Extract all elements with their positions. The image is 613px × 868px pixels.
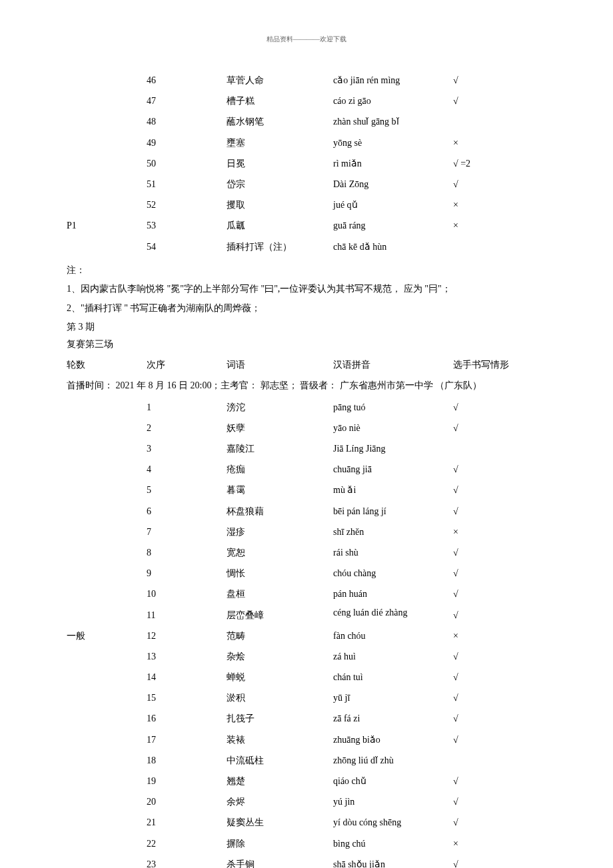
pinyin-cell: shā shǒu jiǎn bbox=[333, 856, 453, 868]
seq-number: 51 bbox=[147, 176, 227, 193]
row-spacer bbox=[67, 586, 147, 602]
header-note: 精品资料————欢迎下载 bbox=[67, 33, 546, 45]
row-spacer bbox=[67, 135, 147, 151]
note-line: 1、因内蒙古队李响悦将 "冕"字的上半部分写作 "曰",一位评委认为其书写不规范… bbox=[67, 280, 546, 298]
seq-number: 8 bbox=[147, 544, 227, 561]
row-spacer bbox=[67, 648, 147, 665]
result-cell: √ bbox=[453, 420, 520, 436]
row-spacer bbox=[67, 544, 147, 561]
seq-number: 49 bbox=[147, 135, 227, 151]
word-cell: 插科打诨（注） bbox=[227, 238, 333, 255]
word-cell: 槽子糕 bbox=[227, 93, 333, 109]
seq-number: 6 bbox=[147, 503, 227, 520]
row-spacer bbox=[67, 440, 147, 457]
row-spacer bbox=[67, 524, 147, 540]
seq-number: 11 bbox=[147, 607, 227, 624]
seq-number: 22 bbox=[147, 835, 227, 852]
group-label: P1 bbox=[67, 217, 147, 234]
word-cell: 攫取 bbox=[227, 197, 333, 213]
pinyin-cell: fàn chóu bbox=[333, 628, 453, 644]
word-cell: 杂烩 bbox=[227, 648, 333, 665]
row-spacer bbox=[67, 731, 147, 748]
pinyin-cell: pāng tuó bbox=[333, 399, 453, 416]
result-cell: √ bbox=[453, 565, 520, 582]
pinyin-cell: bìng chú bbox=[333, 835, 453, 852]
pinyin-cell: guā ráng bbox=[333, 217, 453, 234]
pinyin-cell: chóu chàng bbox=[333, 565, 453, 582]
seq-number: 2 bbox=[147, 420, 227, 436]
result-cell: × bbox=[453, 135, 520, 151]
pinyin-cell: jué qǔ bbox=[333, 197, 453, 213]
seq-number: 20 bbox=[147, 793, 227, 810]
row-spacer bbox=[67, 420, 147, 436]
row-spacer bbox=[67, 155, 147, 172]
pinyin-cell: chán tuì bbox=[333, 669, 453, 685]
notes-title: 注： bbox=[67, 262, 546, 280]
row-spacer bbox=[67, 689, 147, 706]
result-cell: √ bbox=[453, 669, 520, 685]
row-spacer bbox=[67, 565, 147, 582]
word-cell: 湿疹 bbox=[227, 524, 333, 540]
result-cell: √ bbox=[453, 793, 520, 810]
result-cell bbox=[453, 113, 520, 130]
row-spacer bbox=[67, 814, 147, 831]
pinyin-cell: zā fá zi bbox=[333, 710, 453, 727]
result-cell: √ bbox=[453, 176, 520, 193]
word-cell: 杯盘狼藉 bbox=[227, 503, 333, 520]
notes-section: 注： 1、因内蒙古队李响悦将 "冕"字的上半部分写作 "曰",一位评委认为其书写… bbox=[67, 262, 546, 318]
pinyin-cell: zá huì bbox=[333, 648, 453, 665]
result-cell: √ bbox=[453, 503, 520, 520]
seq-number: 3 bbox=[147, 440, 227, 457]
word-cell: 淤积 bbox=[227, 689, 333, 706]
seq-number: 16 bbox=[147, 710, 227, 727]
row-spacer bbox=[67, 113, 147, 130]
seq-number: 21 bbox=[147, 814, 227, 831]
row-spacer bbox=[67, 710, 147, 727]
seq-number: 47 bbox=[147, 93, 227, 109]
header-result: 选手书写情形 bbox=[453, 356, 520, 373]
pinyin-cell: yū jī bbox=[333, 689, 453, 706]
row-spacer bbox=[67, 835, 147, 852]
result-cell: √ bbox=[453, 586, 520, 602]
word-cell: 扎筏子 bbox=[227, 710, 333, 727]
header-round: 轮数 bbox=[67, 356, 147, 373]
seq-number: 10 bbox=[147, 586, 227, 602]
row-spacer bbox=[67, 238, 147, 255]
seq-number: 14 bbox=[147, 669, 227, 685]
seq-number: 7 bbox=[147, 524, 227, 540]
table-section-1: 46草菅人命cǎo jiān rén mìng√47槽子糕cáo zi gāo√… bbox=[67, 72, 546, 255]
seq-number: 54 bbox=[147, 238, 227, 255]
result-cell: √ bbox=[453, 399, 520, 416]
pinyin-cell: cǎo jiān rén mìng bbox=[333, 72, 453, 89]
row-spacer bbox=[67, 856, 147, 868]
seq-number: 17 bbox=[147, 731, 227, 748]
pinyin-cell: yú jìn bbox=[333, 793, 453, 810]
result-cell: × bbox=[453, 197, 520, 213]
pinyin-cell: Jiā Líng Jiāng bbox=[333, 440, 453, 457]
pinyin-cell: rì miǎn bbox=[333, 155, 453, 172]
seq-number: 1 bbox=[147, 399, 227, 416]
seq-number: 12 bbox=[147, 628, 227, 644]
pinyin-cell: rái shù bbox=[333, 544, 453, 561]
result-cell: √ bbox=[453, 773, 520, 789]
row-spacer bbox=[67, 752, 147, 769]
result-cell: √ bbox=[453, 72, 520, 89]
word-cell: 日冕 bbox=[227, 155, 333, 172]
seq-number: 52 bbox=[147, 197, 227, 213]
broadcast-info: 首播时间： 2021 年 8 月 16 日 20:00；主考官： 郭志坚； 晋级… bbox=[67, 377, 546, 395]
pinyin-cell: chā kē dǎ hùn bbox=[333, 238, 453, 255]
row-spacer bbox=[67, 503, 147, 520]
result-cell: √ bbox=[453, 93, 520, 109]
seq-number: 23 bbox=[147, 856, 227, 868]
seq-number: 18 bbox=[147, 752, 227, 769]
pinyin-cell: céng luán dié zhàng bbox=[333, 607, 453, 624]
result-cell: × bbox=[453, 835, 520, 852]
word-cell: 岱宗 bbox=[227, 176, 333, 193]
result-cell: × bbox=[453, 217, 520, 234]
result-cell: √ bbox=[453, 544, 520, 561]
seq-number: 53 bbox=[147, 217, 227, 234]
row-spacer bbox=[67, 93, 147, 109]
header-word: 词语 bbox=[227, 356, 333, 373]
seq-number: 13 bbox=[147, 648, 227, 665]
column-headers: 轮数 次序 词语 汉语拼音 选手书写情形 bbox=[67, 356, 546, 373]
